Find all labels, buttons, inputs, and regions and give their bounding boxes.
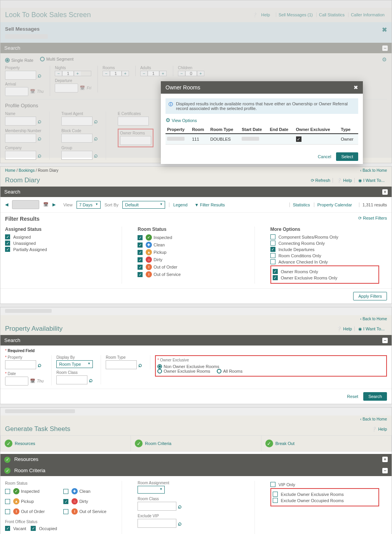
calendar-icon[interactable] xyxy=(30,89,35,94)
back-to-home-link[interactable]: ‹ Back to Home xyxy=(360,417,387,421)
collapse-icon[interactable]: − xyxy=(382,338,388,343)
group-input[interactable] xyxy=(61,151,92,160)
table-row[interactable]: m 111 DOUBLES m ✓ Owner xyxy=(166,134,358,145)
task-room-status-checkbox[interactable]: ✓⌂Dirty xyxy=(63,498,114,504)
search-icon[interactable] xyxy=(178,503,182,510)
calendar-icon[interactable] xyxy=(30,379,35,384)
task-room-status-checkbox[interactable]: ▲Pickup xyxy=(5,498,56,504)
search-icon[interactable] xyxy=(138,361,142,368)
collapse-icon[interactable]: − xyxy=(382,468,388,473)
view-options-link[interactable]: View Options xyxy=(166,117,358,123)
more-option-checkbox[interactable]: Advance Checked In Only xyxy=(270,259,379,264)
rooms-stepper[interactable]: −1+ xyxy=(103,71,129,76)
more-option-checkbox[interactable]: Component Suites/Rooms Only xyxy=(270,234,379,239)
statistics-link[interactable]: Statistics xyxy=(289,202,310,207)
room-status-checkbox[interactable]: ✓✓Inspected xyxy=(138,234,246,241)
room-status-checkbox[interactable]: ✓⌂Dirty xyxy=(138,257,246,263)
refresh-link[interactable]: ⟳ Refresh xyxy=(308,178,333,183)
room-status-checkbox[interactable]: ✓✚Clean xyxy=(138,242,246,248)
call-statistics-link[interactable]: Call Statistics xyxy=(316,12,347,17)
close-icon[interactable]: ✖ xyxy=(382,26,387,39)
cancel-button[interactable]: Cancel xyxy=(318,154,331,159)
step-resources[interactable]: ✓Resources xyxy=(1,436,131,451)
search-icon[interactable] xyxy=(94,152,98,159)
search-icon[interactable] xyxy=(38,118,42,125)
task-room-status-checkbox[interactable]: ✚Clean xyxy=(63,488,114,494)
next-icon[interactable]: ▶ xyxy=(52,202,56,207)
assigned-checkbox[interactable]: ✓Unassigned xyxy=(5,241,114,246)
crumb-bookings[interactable]: Bookings xyxy=(19,168,35,173)
search-icon[interactable] xyxy=(178,520,182,527)
search-icon[interactable] xyxy=(38,135,42,142)
want-to-link[interactable]: ◉ I Want To... xyxy=(356,326,387,331)
room-status-checkbox[interactable]: ✓!Out of Order xyxy=(138,264,246,270)
caller-information-link[interactable]: Caller Information xyxy=(348,12,387,17)
adults-stepper[interactable]: −1+ xyxy=(140,71,167,76)
room-status-checkbox[interactable]: ✓▲Pickup xyxy=(138,249,246,255)
all-rooms-radio[interactable]: All Rooms xyxy=(217,369,242,373)
back-to-home-link[interactable]: ‹ Back to Home xyxy=(360,317,387,321)
exclude-vip-input[interactable] xyxy=(138,519,176,528)
calendar-icon[interactable] xyxy=(80,86,85,91)
collapse-icon[interactable]: − xyxy=(382,45,388,51)
sell-messages-link[interactable]: Sell Messages (1) xyxy=(276,12,315,17)
search-icon[interactable] xyxy=(38,361,42,368)
prev-icon[interactable]: ◀ xyxy=(5,202,8,207)
property-calendar-link[interactable]: Property Calendar xyxy=(314,202,355,207)
search-icon[interactable] xyxy=(38,72,42,79)
select-button[interactable]: Select xyxy=(336,152,358,161)
step-breakout[interactable]: ✓Break Out xyxy=(261,436,391,451)
ecertificates-input[interactable] xyxy=(118,117,149,126)
task-room-status-checkbox[interactable]: ✓Inspected xyxy=(5,488,56,494)
nights-stepper[interactable]: −1+ xyxy=(55,71,91,76)
room-assignment-select[interactable] xyxy=(138,486,165,494)
room-class-input[interactable] xyxy=(56,375,87,384)
dialog-close-icon[interactable]: ✖ xyxy=(354,84,358,91)
departure-input[interactable] xyxy=(55,84,78,92)
help-link[interactable]: ❔ Help xyxy=(334,178,355,183)
view-select[interactable]: 7 Days xyxy=(77,201,101,209)
gear-icon[interactable] xyxy=(382,56,387,63)
property-input[interactable] xyxy=(5,360,36,369)
expand-icon[interactable]: + xyxy=(382,189,388,195)
filter-results-link[interactable]: ▼ Filter Results xyxy=(195,202,225,207)
owner-only-radio[interactable]: Owner Exclusive Rooms xyxy=(157,369,210,373)
block-code-input[interactable] xyxy=(61,134,92,143)
reset-filters-link[interactable]: ⟳ Reset Filters xyxy=(358,216,387,222)
help-link[interactable]: ❔ Help xyxy=(371,427,387,431)
single-rate-radio[interactable]: Single Rate xyxy=(5,58,33,63)
more-option-checkbox[interactable]: ✓Include Departures xyxy=(270,247,379,252)
membership-input[interactable] xyxy=(5,134,36,143)
assigned-checkbox[interactable]: ✓Partially Assigned xyxy=(5,247,114,252)
task-option-checkbox[interactable]: Exclude Owner Occupied Rooms xyxy=(273,498,377,503)
task-option-checkbox[interactable]: Exclude Owner Exclusive Rooms xyxy=(273,492,377,497)
want-to-link[interactable]: ◉ I Want To... xyxy=(356,178,387,183)
more-option-checkbox[interactable]: ✓Owner Rooms Only xyxy=(273,269,377,274)
more-option-checkbox[interactable]: ✓Owner Exclusive Rooms Only xyxy=(273,275,377,280)
apply-filters-button[interactable]: Apply Filters xyxy=(353,292,387,300)
search-icon[interactable] xyxy=(38,152,42,159)
date-input[interactable] xyxy=(12,200,39,209)
arrival-input[interactable] xyxy=(5,87,28,96)
room-type-input[interactable] xyxy=(106,360,137,369)
help-link[interactable]: ❔ Help xyxy=(334,326,355,331)
more-option-checkbox[interactable]: Connecting Rooms Only xyxy=(270,241,379,246)
task-option-checkbox[interactable]: VIP Only xyxy=(270,482,379,487)
multi-segment-radio[interactable]: Multi Segment xyxy=(40,57,73,61)
room-status-checkbox[interactable]: ✓!Out of Service xyxy=(138,271,246,277)
room-class-input[interactable] xyxy=(138,502,176,511)
step-criteria[interactable]: ✓Room Criteria xyxy=(131,436,261,451)
travel-agent-input[interactable] xyxy=(61,117,92,126)
crumb-home[interactable]: Home xyxy=(5,168,16,173)
front-office-checkbox[interactable]: ✓Vacant xyxy=(5,526,26,531)
display-by-select[interactable]: Room Type xyxy=(56,360,93,368)
search-icon[interactable] xyxy=(89,377,93,384)
reset-link[interactable]: Reset xyxy=(347,394,358,399)
legend-link[interactable]: Legend xyxy=(169,202,188,207)
task-room-status-checkbox[interactable]: !Out of Order xyxy=(5,508,56,515)
search-button[interactable]: Search xyxy=(363,392,387,401)
more-option-checkbox[interactable]: Room Conditions Only xyxy=(270,253,379,258)
assigned-checkbox[interactable]: ✓Assigned xyxy=(5,234,114,239)
non-owner-radio[interactable]: Non Owner Exclusive Rooms xyxy=(157,364,219,369)
sort-select[interactable]: Default xyxy=(122,201,165,209)
